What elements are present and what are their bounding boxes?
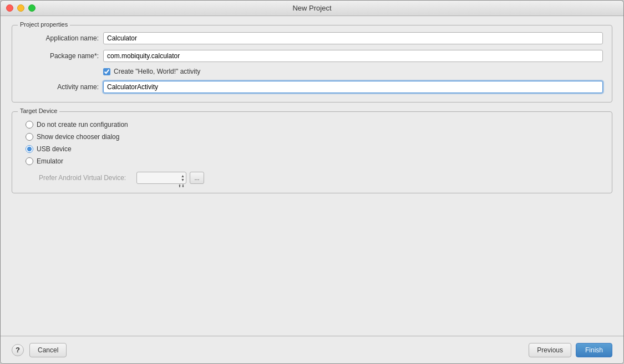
- window-title: New Project: [292, 4, 331, 12]
- radio-group: Do not create run configuration Show dev…: [21, 121, 603, 184]
- radio-row-emulator: Emulator: [26, 157, 603, 165]
- maximize-button[interactable]: [28, 4, 35, 12]
- close-button[interactable]: [6, 4, 13, 12]
- avd-select-wrapper: ▲ ▼: [136, 172, 186, 184]
- radio-usb-device[interactable]: [26, 145, 33, 153]
- minimize-button[interactable]: [17, 4, 24, 12]
- cancel-button[interactable]: Cancel: [29, 343, 67, 357]
- avd-select[interactable]: [136, 172, 186, 184]
- previous-button[interactable]: Previous: [529, 343, 571, 357]
- avd-browse-button[interactable]: ...: [190, 172, 204, 184]
- footer-left: ? Cancel: [12, 343, 67, 357]
- footer-right: Previous Finish: [529, 343, 612, 357]
- package-name-label: Package name*:: [21, 52, 99, 60]
- package-name-row: Package name*:: [21, 50, 603, 62]
- window-controls: [6, 4, 35, 12]
- titlebar: New Project: [1, 1, 623, 16]
- create-activity-row: Create "Hello, World!" activity: [103, 68, 603, 75]
- radio-emulator[interactable]: [26, 157, 33, 165]
- project-properties-title: Project properties: [18, 21, 70, 28]
- create-activity-label: Create "Hello, World!" activity: [114, 68, 200, 75]
- target-device-title: Target Device: [18, 107, 59, 114]
- radio-no-run-config[interactable]: [26, 121, 33, 129]
- package-name-input[interactable]: [103, 50, 603, 62]
- main-window: New Project Project properties Applicati…: [0, 0, 624, 364]
- radio-label-emulator: Emulator: [37, 157, 63, 165]
- activity-name-label: Activity name:: [21, 83, 99, 91]
- radio-label-show-device-chooser: Show device chooser dialog: [37, 133, 119, 141]
- avd-label: Prefer Android Virtual Device:: [39, 174, 133, 182]
- radio-show-device-chooser[interactable]: [26, 133, 33, 141]
- activity-name-input[interactable]: [103, 81, 603, 93]
- content-area: Project properties Application name: Pac…: [1, 16, 623, 336]
- content-spacer: [12, 202, 612, 327]
- help-button[interactable]: ?: [12, 344, 24, 356]
- finish-button[interactable]: Finish: [576, 343, 612, 357]
- radio-label-usb-device: USB device: [37, 145, 72, 153]
- radio-row-usb-device: USB device: [26, 145, 603, 153]
- radio-label-no-run-config: Do not create run configuration: [37, 121, 128, 129]
- project-properties-section: Project properties Application name: Pac…: [12, 25, 612, 102]
- avd-row: Prefer Android Virtual Device: ▲ ▼ ...: [39, 172, 603, 184]
- footer: ? Cancel Previous Finish: [1, 336, 623, 363]
- radio-row-no-run-config: Do not create run configuration: [26, 121, 603, 129]
- radio-row-show-device-chooser: Show device chooser dialog: [26, 133, 603, 141]
- target-device-section: Target Device Do not create run configur…: [12, 111, 612, 193]
- application-name-label: Application name:: [21, 34, 99, 42]
- create-activity-checkbox[interactable]: [103, 68, 110, 75]
- activity-name-row: Activity name:: [21, 81, 603, 93]
- application-name-row: Application name:: [21, 32, 603, 44]
- application-name-input[interactable]: [103, 32, 603, 44]
